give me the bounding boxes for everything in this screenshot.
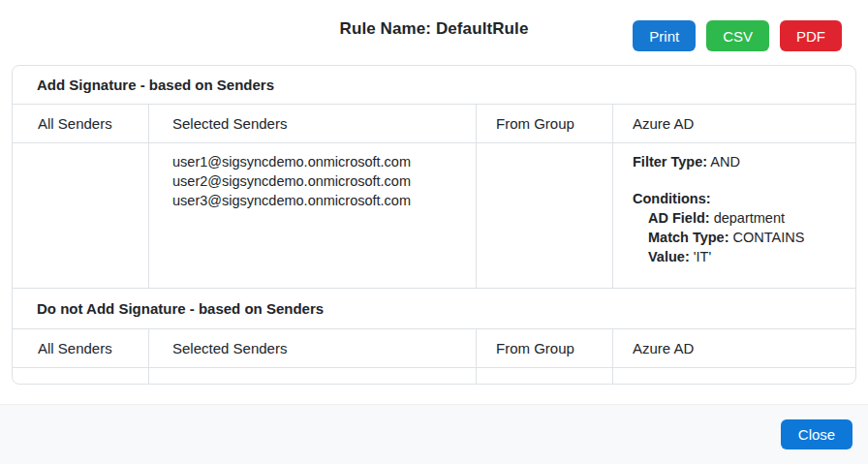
sender-email: user3@sigsyncdemo.onmicrosoft.com bbox=[172, 191, 468, 210]
condition-line: Value: 'IT' bbox=[648, 247, 848, 266]
cell-azure-ad: Filter Type: AND Conditions: AD Field: d… bbox=[612, 143, 855, 288]
value-value: 'IT' bbox=[694, 249, 711, 264]
column-header-row: All Senders Selected Senders From Group … bbox=[13, 328, 855, 367]
filter-type-line: Filter Type: AND bbox=[633, 152, 848, 171]
column-header-from-group: From Group bbox=[476, 105, 612, 142]
column-header-azure-ad: Azure AD bbox=[612, 105, 855, 142]
rule-report-table: Add Signature - based on Senders All Sen… bbox=[12, 65, 856, 385]
conditions-block: AD Field: department Match Type: CONTAIN… bbox=[633, 208, 848, 266]
cell-selected-senders: user1@sigsyncdemo.onmicrosoft.com user2@… bbox=[148, 143, 476, 288]
sender-email: user1@sigsyncdemo.onmicrosoft.com bbox=[172, 152, 468, 171]
column-header-azure-ad: Azure AD bbox=[612, 329, 855, 367]
spacer bbox=[633, 171, 848, 189]
close-button[interactable]: Close bbox=[781, 419, 852, 449]
cell-from-group bbox=[476, 143, 612, 288]
ad-field-label: AD Field: bbox=[648, 210, 710, 226]
filter-type-value: AND bbox=[710, 154, 740, 170]
section-title-add-signature: Add Signature - based on Senders bbox=[13, 66, 855, 104]
print-button[interactable]: Print bbox=[633, 20, 696, 51]
match-type-label: Match Type: bbox=[648, 230, 729, 245]
column-header-row: All Senders Selected Senders From Group … bbox=[13, 104, 855, 142]
column-header-selected-senders: Selected Senders bbox=[148, 105, 476, 142]
table-row-empty bbox=[13, 367, 855, 384]
column-header-all-senders: All Senders bbox=[13, 105, 148, 142]
table-row: user1@sigsyncdemo.onmicrosoft.com user2@… bbox=[13, 142, 855, 288]
modal-header: Rule Name: DefaultRule Print CSV PDF bbox=[0, 0, 868, 58]
modal-footer: Close bbox=[0, 404, 868, 464]
condition-line: AD Field: department bbox=[648, 208, 848, 228]
ad-field-value: department bbox=[714, 210, 785, 226]
column-header-all-senders: All Senders bbox=[13, 329, 148, 367]
pdf-button[interactable]: PDF bbox=[780, 20, 842, 51]
value-label: Value: bbox=[648, 249, 690, 264]
column-header-from-group: From Group bbox=[476, 329, 612, 367]
filter-type-label: Filter Type: bbox=[633, 154, 707, 170]
header-buttons: Print CSV PDF bbox=[633, 20, 842, 51]
condition-line: Match Type: CONTAINS bbox=[648, 228, 848, 247]
cell-all-senders bbox=[13, 143, 148, 288]
cell-azure-ad bbox=[612, 368, 855, 384]
column-header-selected-senders: Selected Senders bbox=[148, 329, 476, 367]
sender-email: user2@sigsyncdemo.onmicrosoft.com bbox=[172, 171, 468, 191]
conditions-heading: Conditions: bbox=[633, 189, 848, 208]
cell-from-group bbox=[476, 368, 612, 384]
cell-selected-senders bbox=[148, 368, 476, 384]
csv-button[interactable]: CSV bbox=[706, 20, 769, 51]
match-type-value: CONTAINS bbox=[733, 230, 805, 245]
section-title-do-not-add-signature: Do not Add Signature - based on Senders bbox=[13, 288, 855, 328]
cell-all-senders bbox=[13, 368, 148, 384]
page-title: Rule Name: DefaultRule bbox=[340, 19, 529, 39]
